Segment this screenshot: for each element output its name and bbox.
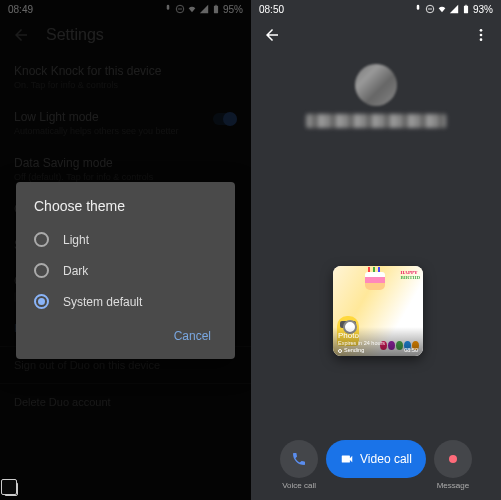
record-icon <box>445 451 461 467</box>
theme-dialog: Choose theme Light Dark System default C… <box>16 182 235 359</box>
phone-icon <box>291 451 307 467</box>
svg-point-8 <box>480 38 483 41</box>
theme-option-dark[interactable]: Dark <box>16 255 235 286</box>
battery-percent: 93% <box>473 4 493 15</box>
contact-name-redacted <box>306 114 446 128</box>
contact-header <box>251 18 501 52</box>
contact-info <box>251 52 501 134</box>
status-icons: 93% <box>413 4 493 15</box>
video-call-label: Video call <box>360 452 412 466</box>
contact-screen: 08:50 93% HAPPY BIRTHD <box>251 0 501 500</box>
settings-screen: 08:49 95% Settings Knock Knock for this … <box>0 0 251 500</box>
video-call-action: Video call . <box>326 440 426 490</box>
voice-call-action: Voice call <box>280 440 318 490</box>
message-label: Message <box>437 481 469 490</box>
battery-icon <box>461 4 471 14</box>
recent-apps-icon[interactable] <box>4 482 18 496</box>
radio-icon <box>34 232 49 247</box>
radio-icon <box>34 263 49 278</box>
theme-option-system-default[interactable]: System default <box>16 286 235 317</box>
radio-label: Light <box>63 233 89 247</box>
radio-icon-selected <box>34 294 49 309</box>
clock-time: 08:50 <box>259 4 284 15</box>
svg-point-7 <box>480 34 483 37</box>
mic-icon <box>413 4 423 14</box>
radio-label: System default <box>63 295 142 309</box>
voice-call-label: Voice call <box>282 481 316 490</box>
wifi-icon <box>437 4 447 14</box>
radio-label: Dark <box>63 264 88 278</box>
voice-call-button[interactable] <box>280 440 318 478</box>
photo-sending-status: Sending <box>338 347 364 353</box>
photo-timestamp: 08:50 <box>404 347 418 353</box>
contact-avatar <box>355 64 397 106</box>
svg-rect-5 <box>465 5 467 6</box>
video-icon <box>340 452 354 466</box>
cake-graphic <box>365 272 385 290</box>
svg-point-9 <box>449 455 457 463</box>
photo-message-card[interactable]: HAPPY BIRTHD Photo Expires in 24 hours S… <box>333 266 423 356</box>
action-row: Voice call Video call . Message <box>251 440 501 490</box>
photo-expires-label: Expires in 24 hours <box>338 340 418 346</box>
status-bar-right: 08:50 93% <box>251 0 501 18</box>
svg-rect-4 <box>464 6 468 14</box>
theme-option-light[interactable]: Light <box>16 224 235 255</box>
svg-point-6 <box>480 29 483 32</box>
overflow-menu-icon[interactable] <box>473 27 489 43</box>
cancel-button[interactable]: Cancel <box>166 323 219 349</box>
video-call-button[interactable]: Video call <box>326 440 426 478</box>
photo-overlay: Photo Expires in 24 hours Sending 08:50 <box>333 327 423 356</box>
dnd-icon <box>425 4 435 14</box>
dialog-title: Choose theme <box>16 198 235 224</box>
photo-type-label: Photo <box>338 331 418 340</box>
message-button[interactable] <box>434 440 472 478</box>
signal-icon <box>449 4 459 14</box>
back-arrow-icon[interactable] <box>263 26 281 44</box>
happy-birthday-text: HAPPY BIRTHD <box>400 270 420 280</box>
message-action: Message <box>434 440 472 490</box>
dialog-actions: Cancel <box>16 317 235 353</box>
